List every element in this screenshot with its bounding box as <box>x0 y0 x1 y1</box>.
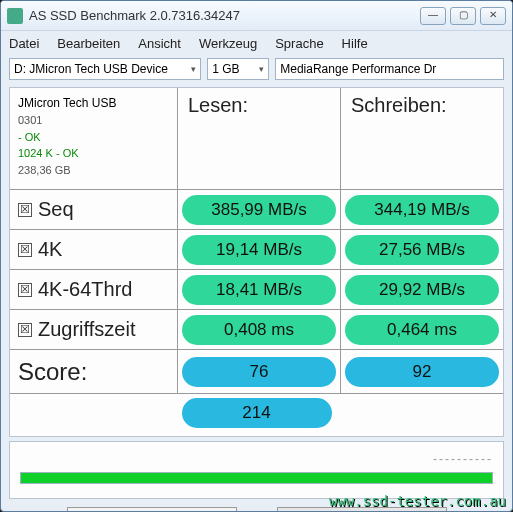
row-4k-label-cell: ☒ 4K <box>10 230 178 269</box>
label-access: Zugriffszeit <box>38 318 135 341</box>
device-capacity: 238,36 GB <box>18 162 169 179</box>
acc-write-value: 0,464 ms <box>345 315 499 345</box>
menubar: Datei Bearbeiten Ansicht Werkzeug Sprach… <box>1 31 512 55</box>
size-select-value: 1 GB <box>212 62 239 76</box>
menu-language[interactable]: Sprache <box>275 36 323 51</box>
chevron-down-icon: ▾ <box>191 64 196 74</box>
app-window: AS SSD Benchmark 2.0.7316.34247 — ▢ ✕ Da… <box>0 0 513 512</box>
checkbox-access[interactable]: ☒ <box>18 323 32 337</box>
label-4k64: 4K-64Thrd <box>38 278 133 301</box>
row-seq: ☒ Seq 385,99 MB/s 344,19 MB/s <box>10 190 503 230</box>
progress-block: ---------- <box>9 441 504 499</box>
label-4k: 4K <box>38 238 62 261</box>
k64-write-value: 29,92 MB/s <box>345 275 499 305</box>
description-value: MediaRange Performance Dr <box>280 62 436 76</box>
menu-tools[interactable]: Werkzeug <box>199 36 257 51</box>
menu-help[interactable]: Hilfe <box>342 36 368 51</box>
results-panel: JMicron Tech USB 0301 - OK 1024 K - OK 2… <box>9 87 504 437</box>
minimize-button[interactable]: — <box>420 7 446 25</box>
chevron-down-icon: ▾ <box>259 64 264 74</box>
description-field[interactable]: MediaRange Performance Dr <box>275 58 504 80</box>
window-title: AS SSD Benchmark 2.0.7316.34247 <box>29 8 420 23</box>
device-select[interactable]: D: JMicron Tech USB Device ▾ <box>9 58 201 80</box>
start-button[interactable]: Start <box>67 507 237 512</box>
k4-write-value: 27,56 MB/s <box>345 235 499 265</box>
checkbox-4k[interactable]: ☒ <box>18 243 32 257</box>
header-read: Lesen: <box>178 88 341 189</box>
device-status-1: - OK <box>18 129 169 146</box>
device-select-value: D: JMicron Tech USB Device <box>14 62 168 76</box>
device-status-2: 1024 K - OK <box>18 145 169 162</box>
score-write: 92 <box>345 357 499 387</box>
menu-file[interactable]: Datei <box>9 36 39 51</box>
row-access: ☒ Zugriffszeit 0,408 ms 0,464 ms <box>10 310 503 350</box>
acc-read-value: 0,408 ms <box>182 315 336 345</box>
row-seq-label-cell: ☒ Seq <box>10 190 178 229</box>
seq-write-value: 344,19 MB/s <box>345 195 499 225</box>
window-buttons: — ▢ ✕ <box>420 7 506 25</box>
menu-edit[interactable]: Bearbeiten <box>57 36 120 51</box>
score-row: Score: 76 92 <box>10 350 503 394</box>
label-seq: Seq <box>38 198 74 221</box>
row-4k64-label-cell: ☒ 4K-64Thrd <box>10 270 178 309</box>
device-name: JMicron Tech USB <box>18 94 169 112</box>
watermark: www.ssd-tester.com.au <box>329 493 506 509</box>
header-write: Schreiben: <box>341 88 503 189</box>
device-info: JMicron Tech USB 0301 - OK 1024 K - OK 2… <box>10 88 178 189</box>
progress-bar <box>20 472 493 484</box>
menu-view[interactable]: Ansicht <box>138 36 181 51</box>
k4-read-value: 19,14 MB/s <box>182 235 336 265</box>
titlebar: AS SSD Benchmark 2.0.7316.34247 — ▢ ✕ <box>1 1 512 31</box>
close-button[interactable]: ✕ <box>480 7 506 25</box>
maximize-button[interactable]: ▢ <box>450 7 476 25</box>
device-firmware: 0301 <box>18 112 169 129</box>
score-label: Score: <box>10 350 178 393</box>
score-read: 76 <box>182 357 336 387</box>
row-4k64: ☒ 4K-64Thrd 18,41 MB/s 29,92 MB/s <box>10 270 503 310</box>
status-dots: ---------- <box>20 452 493 466</box>
row-4k: ☒ 4K 19,14 MB/s 27,56 MB/s <box>10 230 503 270</box>
checkbox-4k64[interactable]: ☒ <box>18 283 32 297</box>
info-row: JMicron Tech USB 0301 - OK 1024 K - OK 2… <box>10 88 503 190</box>
checkbox-seq[interactable]: ☒ <box>18 203 32 217</box>
score-total: 214 <box>182 398 332 428</box>
score-total-row: 214 <box>10 394 503 436</box>
size-select[interactable]: 1 GB ▾ <box>207 58 269 80</box>
seq-read-value: 385,99 MB/s <box>182 195 336 225</box>
toolbar: D: JMicron Tech USB Device ▾ 1 GB ▾ Medi… <box>1 55 512 83</box>
row-access-label-cell: ☒ Zugriffszeit <box>10 310 178 349</box>
app-icon <box>7 8 23 24</box>
k64-read-value: 18,41 MB/s <box>182 275 336 305</box>
